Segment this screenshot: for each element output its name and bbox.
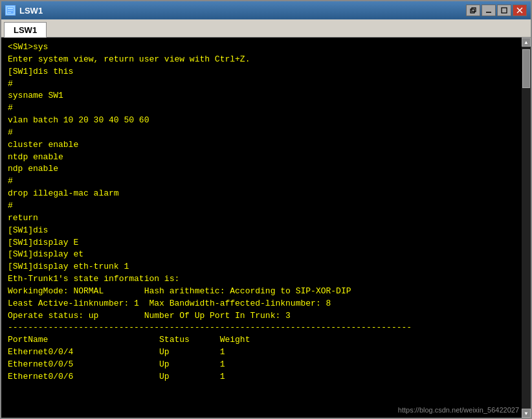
main-window: LSW1 [0,0,532,419]
terminal-container: <SW1>sys Enter system view, return user … [1,38,531,418]
scrollbar-up-button[interactable]: ▲ [522,38,531,47]
close-button[interactable] [513,5,527,16]
svg-rect-2 [8,10,13,11]
watermark: https://blog.csdn.net/weixin_56422027 [398,406,519,414]
scrollbar-thumb[interactable] [522,49,530,88]
svg-rect-5 [472,8,476,12]
tab-lsw1[interactable]: LSW1 [4,22,47,38]
terminal-text: <SW1>sys Enter system view, return user … [8,41,524,383]
terminal-output[interactable]: <SW1>sys Enter system view, return user … [1,38,531,418]
restore-button[interactable] [466,5,480,16]
scrollbar: ▲ ▼ [522,38,531,418]
window-icon [5,5,16,16]
window-title: LSW1 [19,6,462,16]
scrollbar-down-button[interactable]: ▼ [522,409,531,418]
tab-bar: LSW1 [1,19,531,38]
minimize-button[interactable] [482,5,496,16]
svg-rect-1 [8,8,13,9]
maximize-button[interactable] [497,5,511,16]
title-bar: LSW1 [1,1,531,19]
svg-rect-7 [502,8,507,13]
svg-rect-4 [471,9,474,13]
window-controls [466,5,527,16]
svg-rect-3 [8,12,11,13]
scrollbar-track [522,47,531,409]
